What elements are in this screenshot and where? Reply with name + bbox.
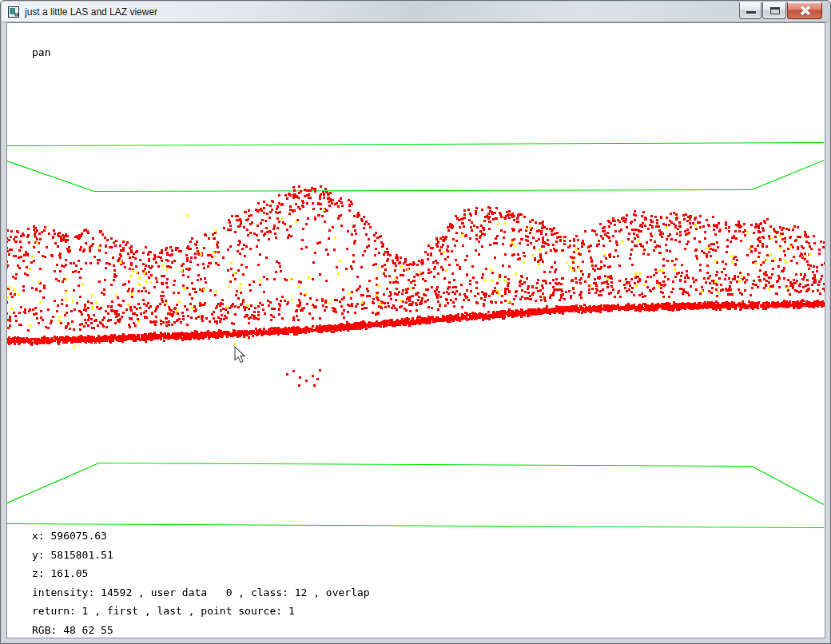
status-y: y: 5815801.51 — [32, 546, 370, 565]
app-icon — [8, 6, 20, 18]
status-x: x: 596075.63 — [32, 527, 370, 546]
caption-buttons — [738, 2, 822, 19]
maximize-button[interactable] — [762, 2, 786, 19]
titlebar[interactable]: just a little LAS and LAZ viewer — [2, 2, 829, 22]
minimize-button[interactable] — [739, 2, 761, 19]
status-return: return: 1 , first , last , point source:… — [32, 602, 370, 621]
close-button[interactable] — [787, 2, 822, 19]
status-intensity: intensity: 14592 , user data 0 , class: … — [32, 583, 370, 602]
status-z: z: 161.05 — [32, 564, 370, 583]
maximize-icon — [770, 7, 780, 14]
status-rgb: RGB: 48 62 55 — [32, 621, 370, 640]
app-window: just a little LAS and LAZ viewer pan x: … — [0, 0, 831, 644]
status-panel: x: 596075.63 y: 5815801.51 z: 161.05 int… — [32, 527, 370, 640]
window-title: just a little LAS and LAZ viewer — [25, 6, 157, 18]
mode-label: pan — [32, 46, 50, 58]
minimize-icon — [746, 11, 756, 14]
close-icon — [799, 5, 811, 16]
viewport: pan x: 596075.63 y: 5815801.51 z: 161.05… — [6, 22, 825, 638]
